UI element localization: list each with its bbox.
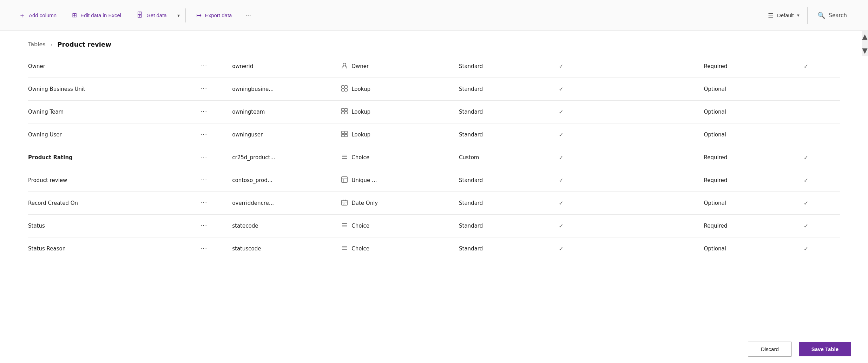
vertical-scrollbar[interactable]: ▲ ▼: [862, 31, 868, 56]
scroll-down-arrow[interactable]: ▼: [861, 45, 868, 56]
col-req-check: [804, 78, 840, 101]
col-type: 21 Date Only: [341, 192, 459, 215]
col-name: Product review: [28, 169, 200, 192]
col-more-options[interactable]: ···: [200, 237, 232, 260]
col-more-options[interactable]: ···: [200, 101, 232, 123]
col-more-options[interactable]: ···: [200, 123, 232, 146]
col-schema: statecode: [232, 215, 341, 237]
scroll-up-arrow[interactable]: ▲: [861, 31, 868, 42]
type-icon: [341, 176, 348, 184]
search-icon: 🔍: [817, 12, 825, 19]
default-view-label: Default: [777, 12, 794, 18]
searchable-check: ✓: [559, 63, 563, 70]
col-category: Standard: [459, 169, 559, 192]
breadcrumb-current: Product review: [57, 41, 111, 48]
table-row[interactable]: Product review ··· contoso_prod... Uniqu…: [28, 169, 840, 192]
col-searchable: ✓: [559, 101, 631, 123]
col-more-options[interactable]: ···: [200, 192, 232, 215]
default-view-button[interactable]: ☰ Default ▾: [760, 7, 808, 24]
edit-excel-button[interactable]: ⊞ Edit data in Excel: [64, 7, 129, 24]
breadcrumb-parent-link[interactable]: Tables: [28, 41, 46, 48]
col-schema: owningbusine...: [232, 78, 341, 101]
required-check: ✓: [804, 177, 808, 184]
svg-rect-16: [342, 177, 347, 182]
table-row[interactable]: Status ··· statecode Choice Standard ✓ R…: [28, 215, 840, 237]
col-more-options[interactable]: ···: [200, 169, 232, 192]
col-more-options[interactable]: ···: [200, 78, 232, 101]
col-searchable: ✓: [559, 78, 631, 101]
col-type: Lookup: [341, 123, 459, 146]
col-req-check: [804, 101, 840, 123]
searchable-check: ✓: [559, 154, 563, 161]
col-schema: statuscode: [232, 237, 341, 260]
col-name: Owning Business Unit: [28, 78, 200, 101]
svg-rect-4: [345, 89, 347, 91]
get-data-dropdown-button[interactable]: ▾: [175, 7, 183, 24]
col-more-options[interactable]: ···: [200, 55, 232, 78]
col-searchable-spacer: [631, 215, 704, 237]
discard-button[interactable]: Discard: [748, 342, 792, 357]
chevron-down-icon: ▾: [177, 13, 180, 18]
required-check: ✓: [804, 200, 808, 207]
table-row[interactable]: Record Created On ··· overriddencre... 2…: [28, 192, 840, 215]
col-name: Product Rating: [28, 146, 200, 169]
col-more-options[interactable]: ···: [200, 215, 232, 237]
table-row[interactable]: Product Rating ··· cr25d_product... Choi…: [28, 146, 840, 169]
col-schema: overriddencre...: [232, 192, 341, 215]
col-type: Lookup: [341, 101, 459, 123]
searchable-check: ✓: [559, 246, 563, 252]
type-label: Owner: [351, 63, 369, 69]
col-required: Optional: [704, 123, 803, 146]
searchable-check: ✓: [559, 132, 563, 138]
table-row[interactable]: Owning Business Unit ··· owningbusine...…: [28, 78, 840, 101]
get-data-icon: 🗄: [137, 12, 143, 19]
export-icon: ↦: [196, 12, 202, 19]
svg-point-0: [343, 63, 346, 66]
footer: Discard Save Table: [0, 335, 868, 363]
col-name: Owner: [28, 55, 200, 78]
type-icon: 21: [341, 199, 348, 207]
svg-rect-1: [342, 86, 344, 88]
add-column-label: Add column: [29, 12, 57, 18]
more-options-icon: ···: [245, 11, 251, 19]
col-category: Standard: [459, 237, 559, 260]
col-category: Standard: [459, 192, 559, 215]
svg-rect-12: [345, 134, 347, 137]
get-data-button[interactable]: 🗄 Get data: [129, 7, 175, 24]
searchable-check: ✓: [559, 200, 563, 207]
col-searchable-spacer: [631, 101, 704, 123]
col-required: Optional: [704, 101, 803, 123]
toolbar: ＋ Add column ⊞ Edit data in Excel 🗄 Get …: [0, 0, 868, 31]
col-name: Owning Team: [28, 101, 200, 123]
save-table-button[interactable]: Save Table: [799, 342, 851, 356]
col-searchable-spacer: [631, 169, 704, 192]
svg-rect-5: [342, 108, 344, 111]
more-options-button[interactable]: ···: [239, 7, 257, 24]
table-row[interactable]: Owner ··· ownerid Owner Standard ✓ Requi…: [28, 55, 840, 78]
col-more-options[interactable]: ···: [200, 146, 232, 169]
col-category: Standard: [459, 215, 559, 237]
table-row[interactable]: Status Reason ··· statuscode Choice Stan…: [28, 237, 840, 260]
type-icon: [341, 108, 348, 116]
col-required: Required: [704, 55, 803, 78]
col-category: Standard: [459, 101, 559, 123]
svg-rect-11: [342, 134, 344, 137]
col-searchable-spacer: [631, 146, 704, 169]
add-column-icon: ＋: [19, 11, 25, 20]
col-name: Status Reason: [28, 237, 200, 260]
table-row[interactable]: Owning Team ··· owningteam Lookup Standa…: [28, 101, 840, 123]
type-icon: [341, 62, 348, 70]
export-data-button[interactable]: ↦ Export data: [189, 7, 240, 24]
col-req-check: ✓: [804, 146, 840, 169]
col-category: Custom: [459, 146, 559, 169]
svg-rect-2: [345, 86, 347, 88]
add-column-button[interactable]: ＋ Add column: [11, 7, 64, 24]
search-box[interactable]: 🔍 Search: [807, 7, 857, 24]
col-type: Owner: [341, 55, 459, 78]
col-type: Choice: [341, 237, 459, 260]
col-type: Choice: [341, 146, 459, 169]
default-chevron-icon: ▾: [797, 13, 800, 18]
col-req-check: ✓: [804, 192, 840, 215]
table-row[interactable]: Owning User ··· owninguser Lookup Standa…: [28, 123, 840, 146]
type-label: Lookup: [351, 86, 370, 92]
